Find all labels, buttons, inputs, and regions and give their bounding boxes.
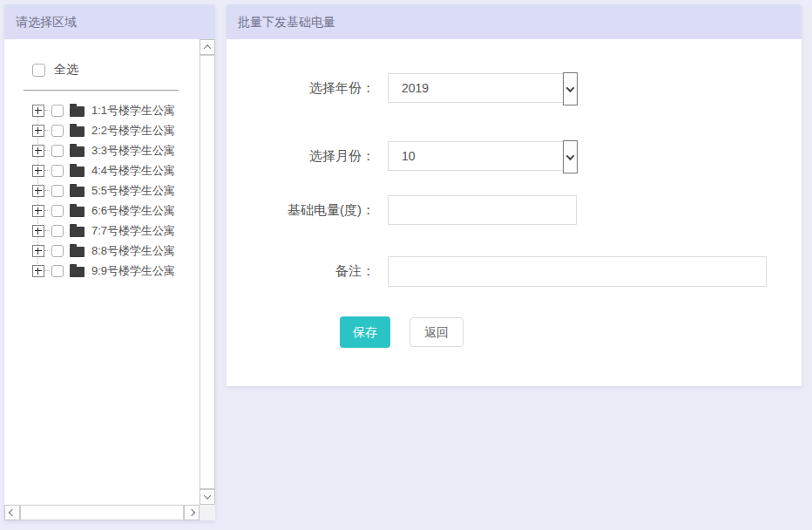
- folder-icon: [70, 227, 85, 237]
- year-form-row: 选择年份： 2019: [227, 73, 577, 103]
- month-select-arrow-button[interactable]: [563, 140, 578, 173]
- tree-stub-line: [44, 110, 50, 111]
- chevron-down-icon: [204, 492, 211, 499]
- tree-item-label: 9:9号楼学生公寓: [91, 263, 175, 279]
- save-button[interactable]: 保存: [340, 316, 390, 348]
- tree-item-checkbox[interactable]: [51, 265, 64, 277]
- chevron-down-icon: [566, 152, 575, 160]
- tree-stub-line: [44, 250, 50, 251]
- folder-icon: [70, 166, 85, 177]
- tree-row[interactable]: 6:6号楼学生公寓: [4, 200, 200, 221]
- scroll-down-button[interactable]: [200, 489, 215, 505]
- year-select-value: 2019: [389, 74, 576, 102]
- tree-stub-line: [44, 170, 50, 171]
- select-all-label: 全选: [54, 62, 78, 78]
- tree-item-label: 6:6号楼学生公寓: [91, 203, 175, 219]
- chevron-down-icon: [566, 84, 575, 92]
- folder-icon: [70, 267, 85, 277]
- tree-item-label: 7:7号楼学生公寓: [91, 223, 175, 239]
- folder-icon: [70, 106, 85, 117]
- vertical-scrollbar[interactable]: [200, 39, 215, 505]
- folder-icon: [70, 146, 85, 157]
- vertical-scrollbar-thumb[interactable]: [200, 55, 215, 489]
- expand-plus-icon[interactable]: [32, 185, 44, 197]
- expand-plus-icon[interactable]: [32, 225, 44, 237]
- tree-row[interactable]: 3:3号楼学生公寓: [4, 140, 200, 160]
- folder-icon: [70, 207, 85, 217]
- tree-item-checkbox[interactable]: [51, 205, 64, 217]
- month-label: 选择月份：: [227, 141, 375, 171]
- tree-item-label: 4:4号楼学生公寓: [91, 163, 175, 179]
- batch-panel-title: 批量下发基础电量: [227, 4, 802, 39]
- horizontal-scrollbar[interactable]: [4, 505, 200, 520]
- tree-item-label: 1:1号楼学生公寓: [91, 103, 175, 119]
- month-select-value: 10: [389, 142, 576, 170]
- tree-item-label: 2:2号楼学生公寓: [91, 123, 175, 139]
- tree-item-label: 3:3号楼学生公寓: [91, 143, 175, 159]
- base-power-label: 基础电量(度)：: [227, 195, 375, 225]
- tree-stub-line: [44, 190, 50, 191]
- area-tree: 1:1号楼学生公寓 2:2号楼学生公寓 3:3号楼学生公寓 4:4号楼学生公寓 …: [4, 100, 200, 281]
- expand-plus-icon[interactable]: [32, 125, 44, 137]
- tree-item-checkbox[interactable]: [51, 125, 64, 137]
- tree-stub-line: [44, 270, 50, 271]
- tree-item-checkbox[interactable]: [51, 165, 64, 177]
- chevron-up-icon: [204, 44, 211, 51]
- expand-plus-icon[interactable]: [32, 205, 44, 217]
- tree-stub-line: [44, 130, 50, 131]
- tree-item-checkbox[interactable]: [51, 145, 64, 157]
- tree-row[interactable]: 5:5号楼学生公寓: [4, 180, 200, 200]
- tree-row[interactable]: 7:7号楼学生公寓: [4, 221, 200, 241]
- chevron-left-icon: [9, 509, 16, 516]
- folder-icon: [70, 187, 85, 197]
- tree-row[interactable]: 1:1号楼学生公寓: [4, 100, 200, 120]
- tree-stub-line: [44, 150, 50, 151]
- scroll-up-button[interactable]: [200, 39, 215, 55]
- year-label: 选择年份：: [227, 73, 375, 103]
- area-panel-body: 全选 1:1号楼学生公寓 2:2号楼学生公寓 3:3号楼学生公寓 4:4号楼学生…: [4, 39, 215, 520]
- select-all-row[interactable]: 全选: [32, 62, 78, 78]
- tree-row[interactable]: 4:4号楼学生公寓: [4, 160, 200, 180]
- area-tree-viewport: 全选 1:1号楼学生公寓 2:2号楼学生公寓 3:3号楼学生公寓 4:4号楼学生…: [4, 39, 200, 505]
- expand-plus-icon[interactable]: [32, 165, 44, 177]
- tree-row[interactable]: 9:9号楼学生公寓: [4, 261, 200, 281]
- remark-label: 备注：: [227, 256, 375, 287]
- batch-issue-panel: 批量下发基础电量 选择年份： 2019 选择月份： 10 基础电量(度)： 备注…: [227, 4, 802, 386]
- select-all-checkbox[interactable]: [32, 64, 45, 77]
- tree-item-checkbox[interactable]: [51, 225, 64, 237]
- folder-icon: [70, 126, 85, 137]
- expand-plus-icon[interactable]: [32, 265, 44, 277]
- base-power-form-row: 基础电量(度)：: [227, 195, 577, 225]
- chevron-right-icon: [188, 509, 195, 516]
- year-select[interactable]: 2019: [388, 73, 577, 103]
- tree-item-checkbox[interactable]: [51, 245, 64, 257]
- tree-divider: [24, 90, 179, 91]
- scroll-left-button[interactable]: [4, 505, 20, 520]
- remark-form-row: 备注：: [227, 256, 767, 287]
- tree-item-checkbox[interactable]: [51, 105, 64, 117]
- folder-icon: [70, 247, 85, 257]
- horizontal-scrollbar-thumb[interactable]: [20, 505, 184, 520]
- scrollbar-corner: [200, 505, 215, 520]
- tree-row[interactable]: 8:8号楼学生公寓: [4, 241, 200, 261]
- tree-item-label: 8:8号楼学生公寓: [91, 243, 175, 259]
- expand-plus-icon[interactable]: [32, 105, 44, 117]
- month-form-row: 选择月份： 10: [227, 141, 577, 171]
- batch-panel-body: 选择年份： 2019 选择月份： 10 基础电量(度)： 备注： 保存 返回: [227, 39, 802, 386]
- expand-plus-icon[interactable]: [32, 145, 44, 157]
- tree-item-checkbox[interactable]: [51, 185, 64, 197]
- area-select-panel: 请选择区域 全选 1:1号楼学生公寓 2:2号楼学生公寓 3:3号楼学生公寓: [4, 4, 215, 520]
- remark-input[interactable]: [388, 256, 767, 287]
- expand-plus-icon[interactable]: [32, 245, 44, 257]
- scroll-right-button[interactable]: [184, 505, 200, 520]
- year-select-arrow-button[interactable]: [563, 72, 578, 105]
- area-panel-title: 请选择区域: [4, 4, 215, 39]
- tree-stub-line: [44, 230, 50, 231]
- tree-item-label: 5:5号楼学生公寓: [91, 183, 175, 199]
- base-power-input[interactable]: [388, 195, 577, 225]
- form-buttons: 保存 返回: [340, 316, 464, 348]
- tree-row[interactable]: 2:2号楼学生公寓: [4, 120, 200, 140]
- tree-stub-line: [44, 210, 50, 211]
- back-button[interactable]: 返回: [409, 317, 464, 347]
- month-select[interactable]: 10: [388, 141, 577, 171]
